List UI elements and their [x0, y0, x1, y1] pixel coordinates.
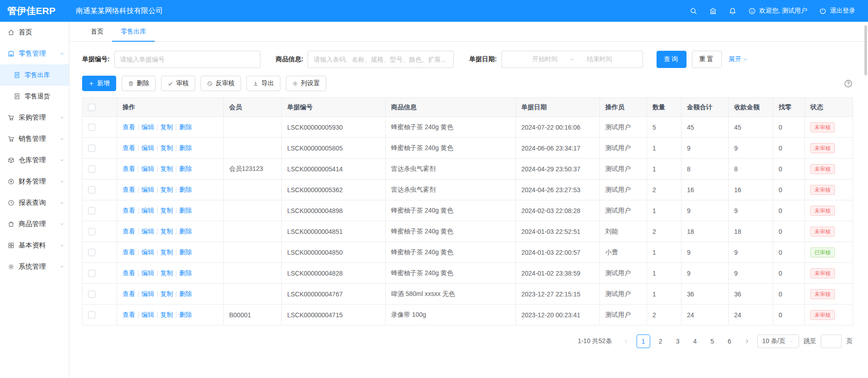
- row-action-edit[interactable]: 编辑: [142, 228, 154, 235]
- page-button-2[interactable]: 2: [654, 334, 667, 348]
- tab-home[interactable]: 首页: [82, 22, 112, 42]
- row-action-view[interactable]: 查看: [123, 311, 135, 318]
- logout-button[interactable]: 退出登录: [819, 7, 855, 15]
- sidebar-item-warehouse[interactable]: 仓库管理: [0, 150, 69, 171]
- row-action-copy[interactable]: 复制: [160, 269, 173, 276]
- row-action-delete[interactable]: 删除: [179, 269, 192, 276]
- row-action-copy[interactable]: 复制: [160, 228, 173, 235]
- row-action-delete[interactable]: 删除: [179, 207, 192, 214]
- page-button-5[interactable]: 5: [706, 334, 719, 348]
- bill-no-input[interactable]: [114, 51, 260, 68]
- sidebar-item-system[interactable]: 系统管理: [0, 256, 69, 277]
- row-action-view[interactable]: 查看: [123, 123, 135, 131]
- row-action-view[interactable]: 查看: [123, 290, 135, 297]
- next-page-button[interactable]: [741, 334, 753, 348]
- row-action-copy[interactable]: 复制: [160, 186, 173, 193]
- page-size-select[interactable]: 10 条/页: [757, 334, 799, 348]
- sidebar-item-retail-return[interactable]: 零售退货: [0, 86, 69, 107]
- row-action-edit[interactable]: 编辑: [142, 186, 154, 193]
- row-checkbox[interactable]: [88, 311, 95, 319]
- row-action-delete[interactable]: 删除: [179, 290, 192, 297]
- row-action-copy[interactable]: 复制: [160, 123, 173, 131]
- sidebar-item-products[interactable]: 商品管理: [0, 213, 69, 235]
- row-checkbox[interactable]: [88, 291, 95, 298]
- row-action-delete[interactable]: 删除: [179, 228, 192, 235]
- row-action-edit[interactable]: 编辑: [142, 248, 154, 256]
- sidebar-item-home[interactable]: 首页: [0, 22, 69, 43]
- row-action-copy[interactable]: 复制: [160, 207, 173, 214]
- product-input[interactable]: [308, 51, 454, 68]
- search-button[interactable]: 查询: [657, 51, 687, 68]
- row-action-view[interactable]: 查看: [123, 207, 135, 214]
- row-checkbox[interactable]: [88, 124, 95, 131]
- bell-icon[interactable]: [729, 7, 736, 15]
- bank-icon[interactable]: [709, 7, 717, 15]
- sidebar-item-basic-data[interactable]: 基本资料: [0, 235, 69, 256]
- page-button-4[interactable]: 4: [688, 334, 702, 348]
- status-badge: 未审核: [810, 122, 835, 132]
- col-header-product: 商品信息: [386, 98, 516, 117]
- scrollbar-thumb[interactable]: [864, 25, 867, 75]
- page-button-6[interactable]: 6: [723, 334, 736, 348]
- row-action-edit[interactable]: 编辑: [142, 123, 154, 131]
- sidebar-item-sales[interactable]: 销售管理: [0, 128, 69, 150]
- row-action-view[interactable]: 查看: [123, 144, 135, 151]
- column-settings-button[interactable]: 列设置: [286, 76, 326, 91]
- sidebar-item-reports[interactable]: 报表查询: [0, 192, 69, 213]
- row-checkbox[interactable]: [88, 186, 95, 194]
- row-action-delete[interactable]: 删除: [179, 311, 192, 318]
- row-action-view[interactable]: 查看: [123, 165, 135, 172]
- row-checkbox[interactable]: [88, 145, 95, 152]
- row-checkbox[interactable]: [88, 228, 95, 235]
- select-all-checkbox[interactable]: [88, 104, 95, 111]
- row-action-copy[interactable]: 复制: [160, 248, 173, 256]
- row-checkbox[interactable]: [88, 270, 95, 277]
- row-action-copy[interactable]: 复制: [160, 165, 173, 172]
- row-action-view[interactable]: 查看: [123, 228, 135, 235]
- row-action-edit[interactable]: 编辑: [142, 269, 154, 276]
- delete-button[interactable]: 删除: [122, 76, 156, 91]
- row-action-delete[interactable]: 删除: [179, 123, 192, 131]
- row-checkbox[interactable]: [88, 249, 95, 256]
- row-action-delete[interactable]: 删除: [179, 165, 192, 172]
- welcome-user[interactable]: 欢迎您, 测试用户: [748, 7, 807, 15]
- tab-retail-outbound[interactable]: 零售出库: [112, 22, 155, 42]
- row-action-copy[interactable]: 复制: [160, 290, 173, 297]
- row-action-delete[interactable]: 删除: [179, 248, 192, 256]
- sidebar-item-purchase[interactable]: 采购管理: [0, 107, 69, 128]
- row-action-view[interactable]: 查看: [123, 269, 135, 276]
- row-checkbox[interactable]: [88, 207, 95, 214]
- add-button[interactable]: 新增: [82, 76, 116, 91]
- cell-status: 未审核: [805, 263, 853, 284]
- row-action-edit[interactable]: 编辑: [142, 207, 154, 214]
- action-divider: |: [137, 311, 139, 318]
- sidebar-item-label: 零售退货: [25, 92, 50, 101]
- row-action-view[interactable]: 查看: [123, 248, 135, 256]
- reset-button[interactable]: 重置: [692, 51, 722, 68]
- row-checkbox[interactable]: [88, 165, 95, 173]
- row-action-delete[interactable]: 删除: [179, 144, 192, 151]
- page-button-1[interactable]: 1: [637, 334, 650, 348]
- row-action-delete[interactable]: 删除: [179, 186, 192, 193]
- cell-checkbox: [83, 305, 117, 325]
- row-action-copy[interactable]: 复制: [160, 144, 173, 151]
- row-action-view[interactable]: 查看: [123, 186, 135, 193]
- sidebar-item-retail-outbound[interactable]: 零售出库: [0, 64, 69, 86]
- help-icon[interactable]: [844, 79, 853, 88]
- sidebar-item-finance[interactable]: 财务管理: [0, 171, 69, 192]
- prev-page-button[interactable]: [620, 334, 632, 348]
- row-action-edit[interactable]: 编辑: [142, 311, 154, 318]
- search-icon[interactable]: [690, 7, 697, 15]
- row-action-edit[interactable]: 编辑: [142, 144, 154, 151]
- row-action-edit[interactable]: 编辑: [142, 290, 154, 297]
- date-range-picker[interactable]: 开始时间 ~ 结束时间: [501, 51, 643, 68]
- sidebar-item-retail[interactable]: 零售管理: [0, 43, 69, 64]
- row-action-edit[interactable]: 编辑: [142, 165, 154, 172]
- export-button[interactable]: 导出: [246, 76, 280, 91]
- audit-button[interactable]: 审核: [161, 76, 195, 91]
- expand-link[interactable]: 展开: [729, 55, 748, 63]
- jump-page-input[interactable]: [821, 334, 842, 348]
- row-action-copy[interactable]: 复制: [160, 311, 173, 318]
- unaudit-button[interactable]: 反审核: [201, 76, 241, 91]
- page-button-3[interactable]: 3: [671, 334, 685, 348]
